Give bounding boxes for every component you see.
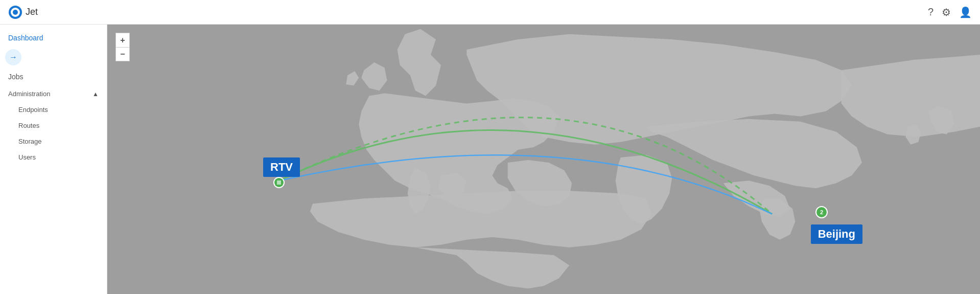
sidebar-item-jobs[interactable]: Jobs bbox=[0, 67, 107, 86]
top-nav: Jet ? ⚙ 👤 bbox=[0, 0, 980, 25]
settings-icon[interactable]: ⚙ bbox=[942, 6, 951, 18]
storage-label: Storage bbox=[18, 138, 42, 145]
redirect-icon-btn[interactable]: → bbox=[5, 49, 21, 65]
jobs-label: Jobs bbox=[8, 73, 24, 81]
account-icon[interactable]: 👤 bbox=[959, 6, 972, 18]
app-name: Jet bbox=[26, 7, 38, 17]
beijing-dot: 2 bbox=[815, 206, 828, 218]
zoom-out-button[interactable]: − bbox=[115, 47, 130, 61]
svg-rect-5 bbox=[277, 180, 281, 185]
sidebar-item-users[interactable]: Users bbox=[0, 149, 107, 165]
zoom-in-button[interactable]: + bbox=[115, 33, 130, 47]
svg-point-2 bbox=[13, 10, 18, 15]
redirect-icon: → bbox=[9, 53, 17, 62]
routes-label: Routes bbox=[18, 122, 39, 129]
sidebar: Dashboard → Jobs Administration ▲ Endpoi… bbox=[0, 25, 107, 294]
users-label: Users bbox=[18, 153, 36, 161]
sidebar-redirect-btn[interactable]: → bbox=[0, 47, 107, 67]
world-map-svg bbox=[107, 25, 980, 294]
chevron-up-icon: ▲ bbox=[92, 91, 99, 98]
sidebar-section-administration[interactable]: Administration ▲ bbox=[0, 86, 107, 102]
map-area: + − RTV Beijing 2 bbox=[107, 25, 980, 294]
dashboard-label: Dashboard bbox=[8, 34, 43, 42]
help-icon[interactable]: ? bbox=[928, 6, 934, 18]
sidebar-item-routes[interactable]: Routes bbox=[0, 118, 107, 133]
rtv-dot bbox=[273, 177, 285, 188]
sidebar-item-storage[interactable]: Storage bbox=[0, 133, 107, 149]
app-logo: Jet bbox=[8, 5, 38, 19]
map-controls: + − bbox=[115, 33, 130, 61]
top-nav-actions: ? ⚙ 👤 bbox=[928, 6, 972, 18]
jet-logo-icon bbox=[8, 5, 22, 19]
endpoints-label: Endpoints bbox=[18, 106, 48, 114]
sidebar-item-dashboard[interactable]: Dashboard bbox=[0, 29, 107, 47]
main-layout: Dashboard → Jobs Administration ▲ Endpoi… bbox=[0, 25, 980, 294]
administration-label: Administration bbox=[8, 90, 50, 98]
sidebar-item-endpoints[interactable]: Endpoints bbox=[0, 102, 107, 118]
